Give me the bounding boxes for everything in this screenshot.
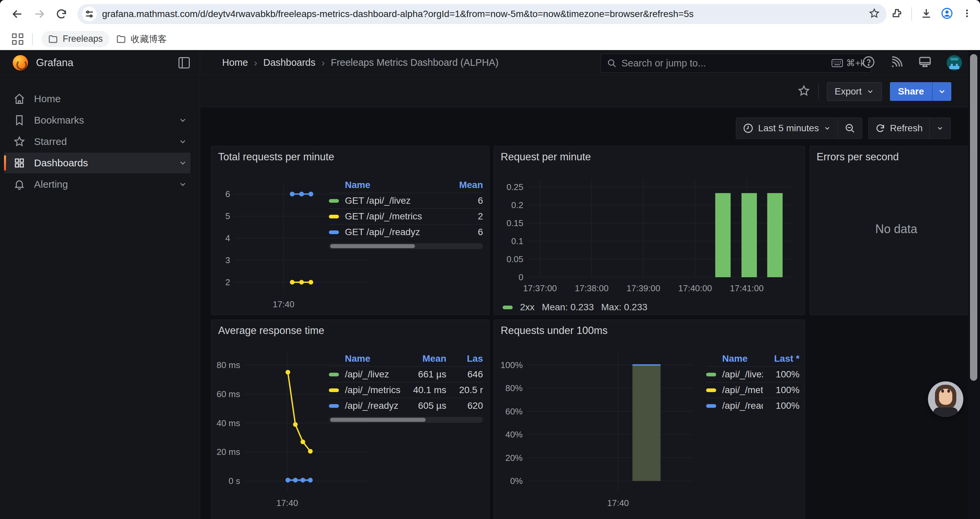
legend-inline[interactable]: 2xx Mean: 0.233 Max: 0.233	[503, 302, 648, 313]
legend-scrollbar-thumb[interactable]	[330, 244, 415, 248]
chevron-down-icon[interactable]	[178, 180, 187, 189]
panel-title[interactable]: Requests under 100ms	[501, 325, 608, 337]
chevron-down-icon[interactable]	[178, 116, 187, 125]
series-name: 2xx	[520, 302, 535, 313]
panel-average-response-time[interactable]: Average response time 80 ms60 ms40 ms20 …	[211, 319, 489, 519]
legend-header-mean[interactable]: Mean	[453, 180, 483, 190]
series-name: GET /api/_/metrics	[345, 211, 453, 222]
series-color-pill[interactable]	[706, 373, 716, 376]
share-menu-button[interactable]	[932, 82, 951, 101]
series-color-pill[interactable]	[329, 373, 339, 376]
folder-icon	[48, 34, 58, 44]
sidebar-item-starred[interactable]: Starred	[4, 131, 191, 152]
sidebar-item-bookmarks[interactable]: Bookmarks	[4, 110, 191, 131]
legend-scrollbar[interactable]	[329, 417, 483, 423]
refresh-interval-button[interactable]	[930, 118, 950, 139]
assistant-avatar[interactable]	[928, 382, 963, 417]
share-button[interactable]: Share	[890, 82, 932, 101]
series-color-pill[interactable]	[329, 199, 339, 203]
apps-grid-icon[interactable]	[12, 34, 23, 45]
legend-row[interactable]: GET /api/_/readyz6	[329, 224, 483, 240]
profile-icon[interactable]	[941, 7, 953, 21]
panel-title[interactable]: Request per minute	[501, 151, 591, 163]
series-color-pill[interactable]	[706, 388, 716, 392]
back-icon[interactable]	[10, 7, 25, 21]
breadcrumb-separator: ›	[321, 57, 325, 69]
sidebar-item-alerting[interactable]: Alerting	[4, 174, 191, 195]
chevron-down-icon	[824, 125, 831, 132]
legend-row[interactable]: /api/_/livez661 µs646	[329, 366, 483, 382]
legend-scrollbar-thumb[interactable]	[330, 418, 426, 422]
sidebar-item-home[interactable]: Home	[4, 88, 191, 109]
news-rss-icon[interactable]	[890, 56, 903, 70]
chevron-down-icon[interactable]	[178, 159, 187, 167]
menu-kebab-icon[interactable]	[962, 8, 972, 20]
bookmark-folder-blogs[interactable]: 收藏博客	[110, 31, 173, 47]
legend-header-row: NameMeanLas	[329, 351, 483, 366]
page-scrollbar[interactable]	[968, 50, 980, 519]
legend-header-name[interactable]: Name	[345, 353, 403, 364]
address-bar[interactable]: grafana.mathmast.com/d/deytv4rwavabkb/fr…	[77, 4, 886, 24]
legend-row[interactable]: /api/_/livez100%	[706, 366, 800, 382]
panel-title[interactable]: Errors per second	[816, 151, 899, 163]
legend-header-name[interactable]: Name	[722, 353, 763, 364]
favorite-star-icon[interactable]	[797, 85, 810, 99]
panel-request-per-minute[interactable]: Request per minute 0.250.20.150.10.05017…	[494, 146, 805, 315]
panel-total-requests-per-minute[interactable]: Total requests per minute 6543217:40 Nam…	[211, 146, 489, 315]
legend-row[interactable]: GET /api/_/livez6	[329, 193, 483, 208]
legend-header-last[interactable]: Last *	[763, 353, 800, 364]
legend-table: NameMeanGET /api/_/livez6GET /api/_/metr…	[329, 177, 483, 249]
url-text[interactable]: grafana.mathmast.com/d/deytv4rwavabkb/fr…	[102, 9, 869, 19]
series-color-pill[interactable]	[329, 404, 339, 408]
scrollbar-thumb[interactable]	[970, 54, 977, 381]
monitor-icon[interactable]	[918, 55, 932, 70]
svg-text:0.25: 0.25	[506, 182, 523, 192]
export-button[interactable]: Export	[827, 82, 882, 101]
panel-requests-under-100ms[interactable]: Requests under 100ms 100%80%60%40%20%0%1…	[494, 319, 805, 519]
series-color-pill[interactable]	[706, 404, 716, 408]
legend-row[interactable]: /api/_/readyz100%	[706, 398, 800, 414]
user-avatar[interactable]	[947, 55, 962, 70]
legend-row[interactable]: /api/_/metrics40.1 ms20.5 r	[329, 382, 483, 398]
help-icon[interactable]	[862, 56, 875, 70]
brand-area: Grafana	[0, 50, 200, 75]
refresh-button[interactable]: Refresh	[869, 118, 929, 139]
panel-title[interactable]: Total requests per minute	[218, 151, 334, 163]
sidebar-item-dashboards[interactable]: Dashboards	[4, 153, 191, 173]
series-color-pill[interactable]	[329, 230, 339, 234]
series-color-pill[interactable]	[329, 388, 339, 392]
downloads-icon[interactable]	[921, 8, 932, 21]
legend-header-name[interactable]: Name	[345, 180, 453, 190]
panel-errors-per-second[interactable]: Errors per second No data	[810, 146, 980, 315]
chevron-down-icon[interactable]	[178, 137, 187, 146]
series-name: /api/_/readyz	[345, 401, 403, 411]
legend-row[interactable]: /api/_/metrics100%	[706, 382, 800, 398]
series-value: 100%	[763, 369, 800, 380]
site-settings-icon[interactable]	[82, 7, 97, 21]
svg-text:0.2: 0.2	[511, 200, 523, 210]
legend-row[interactable]: /api/_/readyz605 µs620	[329, 398, 483, 414]
breadcrumb-item[interactable]: Dashboards	[263, 57, 315, 68]
sidebar-item-label: Alerting	[34, 179, 170, 190]
series-value: 40.1 ms	[403, 385, 446, 395]
brand-name: Grafana	[36, 57, 178, 69]
reload-icon[interactable]	[54, 7, 69, 21]
sidebar-toggle-icon[interactable]	[178, 57, 190, 69]
breadcrumb-item[interactable]: Home	[222, 57, 248, 68]
forward-icon[interactable]	[32, 7, 47, 21]
bookmark-folder-freeleaps[interactable]: Freeleaps	[41, 31, 110, 47]
legend-scrollbar[interactable]	[329, 243, 483, 249]
search-input[interactable]: Search or jump to... ⌘+k	[600, 53, 871, 73]
extensions-icon[interactable]	[891, 8, 903, 21]
legend-row[interactable]: GET /api/_/metrics2	[329, 208, 483, 224]
zoom-out-button[interactable]	[838, 118, 862, 139]
legend-header-las[interactable]: Las	[446, 353, 483, 364]
svg-text:5: 5	[226, 211, 230, 221]
grafana-logo-icon[interactable]	[13, 55, 28, 70]
panel-title[interactable]: Average response time	[218, 325, 324, 337]
legend-header-mean[interactable]: Mean	[403, 353, 446, 364]
svg-text:100%: 100%	[501, 360, 523, 370]
bookmark-star-icon[interactable]	[869, 8, 880, 21]
time-range-picker[interactable]: Last 5 minutes	[736, 118, 838, 139]
series-color-pill[interactable]	[329, 215, 339, 219]
